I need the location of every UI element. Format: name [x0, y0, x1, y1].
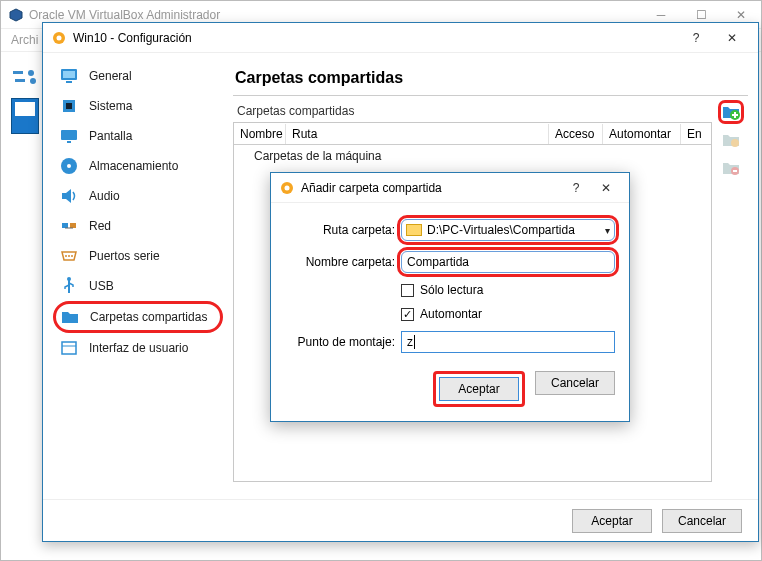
mount-point-value: z: [407, 335, 413, 349]
svg-rect-2: [15, 79, 25, 82]
help-icon[interactable]: ?: [561, 174, 591, 202]
col-ruta[interactable]: Ruta: [286, 124, 549, 144]
folder-name-input[interactable]: Compartida: [401, 251, 615, 273]
svg-rect-9: [66, 81, 72, 83]
svg-rect-12: [61, 130, 77, 140]
accept-highlight-ring: Aceptar: [433, 371, 525, 407]
chevron-down-icon[interactable]: ▾: [605, 225, 610, 236]
menu-archivo[interactable]: Archi: [11, 33, 38, 47]
table-toolbar: [716, 100, 746, 180]
sidebar-item-interfaz[interactable]: Interfaz de usuario: [53, 333, 223, 363]
sidebar-item-label: General: [89, 69, 132, 83]
automount-checkbox[interactable]: ✓: [401, 308, 414, 321]
main-window-title: Oracle VM VirtualBox Administrador: [29, 8, 220, 22]
folder-path-value: D:\PC-Virtuales\Compartida: [427, 223, 575, 237]
sidebar-item-label: Carpetas compartidas: [90, 310, 207, 324]
sidebar-item-general[interactable]: General: [53, 61, 223, 91]
sidebar-item-label: Puertos serie: [89, 249, 160, 263]
sidebar-item-label: Interfaz de usuario: [89, 341, 188, 355]
col-nombre[interactable]: Nombre: [234, 124, 286, 144]
chip-icon: [59, 96, 79, 116]
edit-folder-button: [718, 128, 744, 152]
sidebar-item-usb[interactable]: USB: [53, 271, 223, 301]
usb-icon: [59, 276, 79, 296]
add-dialog-title: Añadir carpeta compartida: [301, 181, 442, 195]
gear-icon: [279, 180, 295, 196]
svg-rect-17: [62, 223, 68, 228]
svg-point-22: [71, 255, 73, 257]
sidebar-item-label: Pantalla: [89, 129, 132, 143]
svg-point-15: [67, 164, 71, 168]
add-folder-button[interactable]: [718, 100, 744, 124]
col-automontar[interactable]: Automontar: [603, 124, 681, 144]
folder-name-value: Compartida: [407, 255, 469, 269]
display-icon: [59, 126, 79, 146]
virtualbox-logo-icon: [9, 8, 23, 22]
close-icon[interactable]: ✕: [591, 174, 621, 202]
vm-thumbnail: [11, 98, 39, 134]
svg-marker-0: [10, 9, 22, 21]
svg-rect-8: [63, 71, 75, 78]
mount-point-input[interactable]: z: [401, 331, 615, 353]
folder-path-combo[interactable]: D:\PC-Virtuales\Compartida ▾: [401, 219, 615, 241]
add-dialog-titlebar[interactable]: Añadir carpeta compartida ? ✕: [271, 173, 629, 203]
sidebar-item-label: Almacenamiento: [89, 159, 178, 173]
tools-icon: [11, 65, 41, 95]
add-shared-folder-dialog: Añadir carpeta compartida ? ✕ Ruta carpe…: [270, 172, 630, 422]
svg-point-20: [65, 255, 67, 257]
disk-icon: [59, 156, 79, 176]
sidebar-item-puertos-serie[interactable]: Puertos serie: [53, 241, 223, 271]
add-accept-button[interactable]: Aceptar: [439, 377, 519, 401]
svg-point-21: [68, 255, 70, 257]
settings-sidebar: General Sistema Pantalla Almacenamiento …: [53, 61, 223, 495]
label-punto: Punto de montaje:: [285, 335, 395, 349]
folder-icon: [60, 307, 80, 327]
readonly-checkbox-row[interactable]: Sólo lectura: [401, 283, 615, 297]
ui-icon: [59, 338, 79, 358]
svg-marker-16: [62, 189, 71, 203]
add-cancel-button[interactable]: Cancelar: [535, 371, 615, 395]
sidebar-item-label: USB: [89, 279, 114, 293]
folder-mini-icon: [406, 224, 422, 236]
settings-title: Win10 - Configuración: [73, 31, 192, 45]
sidebar-item-label: Audio: [89, 189, 120, 203]
col-en[interactable]: En: [681, 124, 711, 144]
gear-icon: [51, 30, 67, 46]
settings-accept-button[interactable]: Aceptar: [572, 509, 652, 533]
serial-port-icon: [59, 246, 79, 266]
svg-rect-25: [62, 342, 76, 354]
close-icon[interactable]: ✕: [714, 23, 750, 53]
sidebar-item-label: Sistema: [89, 99, 132, 113]
help-icon[interactable]: ?: [678, 23, 714, 53]
section-heading: Carpetas compartidas: [233, 61, 748, 96]
automount-label: Automontar: [420, 307, 482, 321]
automount-checkbox-row[interactable]: ✓ Automontar: [401, 307, 615, 321]
settings-cancel-button[interactable]: Cancelar: [662, 509, 742, 533]
svg-rect-13: [67, 141, 71, 143]
settings-titlebar[interactable]: Win10 - Configuración ? ✕: [43, 23, 758, 53]
text-cursor: [414, 335, 415, 349]
svg-point-3: [28, 70, 34, 76]
monitor-icon: [59, 66, 79, 86]
sidebar-item-sistema[interactable]: Sistema: [53, 91, 223, 121]
sidebar-item-label: Red: [89, 219, 111, 233]
settings-footer: Aceptar Cancelar: [43, 499, 758, 541]
label-nombre: Nombre carpeta:: [285, 255, 395, 269]
sidebar-item-red[interactable]: Red: [53, 211, 223, 241]
svg-rect-1: [13, 71, 23, 74]
sidebar-item-carpetas-compartidas[interactable]: Carpetas compartidas: [53, 301, 223, 333]
sidebar-item-almacenamiento[interactable]: Almacenamiento: [53, 151, 223, 181]
svg-rect-11: [66, 103, 72, 109]
col-acceso[interactable]: Acceso: [549, 124, 603, 144]
network-icon: [59, 216, 79, 236]
sidebar-item-audio[interactable]: Audio: [53, 181, 223, 211]
svg-point-6: [57, 35, 62, 40]
sidebar-item-pantalla[interactable]: Pantalla: [53, 121, 223, 151]
label-ruta: Ruta carpeta:: [285, 223, 395, 237]
add-dialog-footer: Aceptar Cancelar: [271, 361, 629, 421]
svg-rect-18: [70, 223, 76, 228]
table-header: Nombre Ruta Acceso Automontar En: [234, 123, 711, 145]
svg-point-34: [285, 185, 290, 190]
table-group-row[interactable]: Carpetas de la máquina: [234, 145, 711, 167]
readonly-checkbox[interactable]: [401, 284, 414, 297]
